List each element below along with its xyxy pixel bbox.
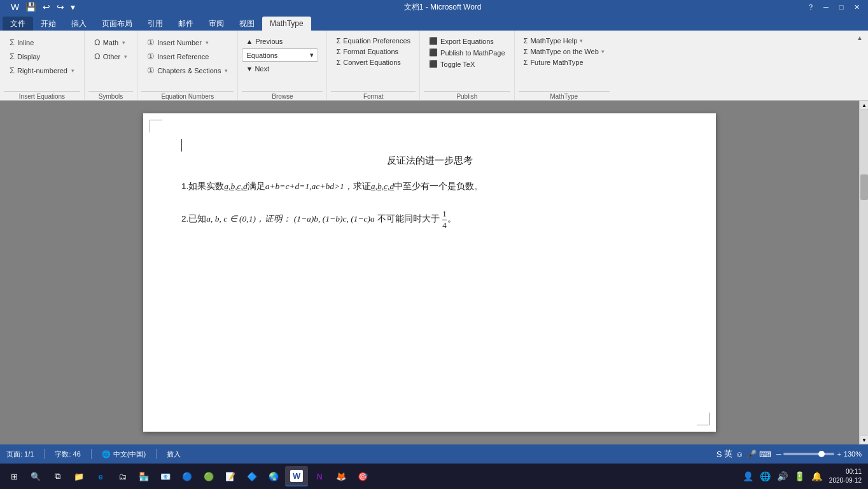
mathtype-help-btn[interactable]: Σ MathType Help ▾ [520,36,608,46]
paragraph-2[interactable]: 2.已知a, b, c ∈ (0,1)，证明： (1−a)b, (1−b)c, … [181,209,678,230]
maximize-btn[interactable]: □ [835,2,848,12]
app5-btn[interactable]: 🎯 [353,466,373,486]
mathtype-web-btn[interactable]: Σ MathType on the Web ▾ [520,46,608,57]
insert-number-btn[interactable]: ① Insert Number ▾ [143,36,232,49]
edge-btn[interactable]: e [90,466,111,486]
onenote-btn[interactable]: N [309,466,330,486]
scroll-track[interactable] [860,110,868,436]
display-btn[interactable]: Σ Display [5,50,79,63]
previous-btn[interactable]: ▲ Previous [242,36,318,47]
document-scroll-area[interactable]: 反证法的进一步思考 1.如果实数a,b,c,d满足a+b=c+d=1,ac+bd… [0,101,859,444]
sogou-icon: S [717,450,722,459]
clock[interactable]: 00:11 2020-09-12 [827,467,864,485]
toggle-tex-btn[interactable]: ⬛ Toggle TeX [425,59,509,69]
taskbar: ⊞ 🔍 ⧉ 📁 e 🗂 🏪 📧 🔵 🟢 📝 🔷 🌏 W N 🦊 [0,464,868,489]
other-btn[interactable]: Ω Other ▾ [90,50,132,63]
right-numbered-icon: Σ [10,66,15,75]
status-right: S 英 ☺ 🎤 ⌨ ─ + 130% [717,448,862,460]
insert-reference-btn[interactable]: ① Insert Reference [143,50,232,63]
app4-btn[interactable]: 🔷 [242,466,262,486]
app2-btn[interactable]: 🟢 [199,466,219,486]
p1-prefix: 1.如果实数 [181,181,224,191]
dropdown-arrow: ▾ [310,51,314,59]
inline-btn[interactable]: Σ Inline [5,36,79,49]
right-numbered-btn[interactable]: Σ Right-numbered ▾ [5,64,79,77]
notification-icon[interactable]: 🔔 [809,470,824,483]
scroll-up-btn[interactable]: ▲ [860,101,868,110]
app1-btn[interactable]: 🔵 [177,466,197,486]
minimize-btn[interactable]: ─ [820,2,832,12]
scroll-down-btn[interactable]: ▼ [860,436,868,444]
tab-references[interactable]: 引用 [140,17,171,31]
firefox-btn[interactable]: 🦊 [331,466,351,486]
insert-equations-label: Insert Equations [4,91,80,100]
equation-preferences-btn[interactable]: Σ Equation Preferences [332,36,414,46]
text-cursor [181,139,182,152]
eq-pref-icon: Σ [336,37,340,45]
insert-mode[interactable]: 插入 [167,450,181,459]
help-btn[interactable]: ? [804,2,817,12]
format-equations-btn[interactable]: Σ Format Equations [332,46,414,57]
publish-mathpage-btn[interactable]: ⬛ Publish to MathPage [425,47,509,58]
tab-file[interactable]: 文件 [3,17,33,31]
tab-home[interactable]: 开始 [33,17,64,31]
app3-btn[interactable]: 📝 [220,466,241,486]
quick-access: W 💾 ↩ ↪ ▾ [5,1,81,13]
undo-btn[interactable]: ↩ [41,1,52,13]
help-icon: Σ [524,37,528,45]
tab-pagelayout[interactable]: 页面布局 [94,17,140,31]
mail-btn[interactable]: 📧 [155,466,176,486]
math-btn[interactable]: Ω Math ▾ [90,36,132,49]
paragraph-1[interactable]: 1.如果实数a,b,c,d满足a+b=c+d=1,ac+bd>1，求证a,b,c… [181,179,678,194]
browser2-btn[interactable]: 🌏 [263,466,284,486]
statusbar: 页面: 1/1 字数: 46 🌐 中文(中国) 插入 S 英 ☺ 🎤 ⌨ ─ +… [0,444,868,464]
tab-mathtype[interactable]: MathType [262,17,311,31]
tab-view[interactable]: 视图 [232,17,262,31]
zoom-in-btn[interactable]: + [837,450,841,458]
word-taskbar-btn[interactable]: W [285,466,308,486]
volume-icon[interactable]: 🔊 [775,470,790,483]
customize-btn[interactable]: ▾ [69,1,77,13]
mic-icon: 🎤 [746,450,757,459]
tab-insert[interactable]: 插入 [64,17,94,31]
task-view-icon: ⧉ [55,471,60,481]
export-equations-btn[interactable]: ⬛ Export Equations [425,36,509,46]
word-icon: W [9,1,21,13]
vertical-scrollbar[interactable]: ▲ ▼ [859,101,868,444]
insert-equations-content: Σ Inline Σ Display Σ Right-numbered ▾ [4,33,80,91]
store-btn[interactable]: 🏪 [134,466,154,486]
start-button[interactable]: ⊞ [4,466,24,486]
zoom-slider[interactable] [783,453,834,455]
equations-dropdown[interactable]: Equations ▾ [242,48,318,62]
next-btn[interactable]: ▼ Next [242,63,318,74]
language-status[interactable]: 🌐 中文(中国) [102,450,146,459]
format-label: Format [331,91,416,100]
battery-icon[interactable]: 🔋 [792,470,807,483]
tab-mailings[interactable]: 邮件 [171,17,201,31]
close-btn[interactable]: ✕ [850,2,863,12]
scroll-thumb[interactable] [860,174,868,200]
file-explorer-btn[interactable]: 📁 [69,466,89,486]
toggle-tex-icon: ⬛ [429,60,438,68]
chapters-sections-btn[interactable]: ① Chapters & Sections ▾ [143,64,232,77]
convert-equations-btn[interactable]: Σ Convert Equations [332,57,414,67]
mathtype-label: MathType [519,91,610,100]
save-btn[interactable]: 💾 [24,1,38,13]
other-icon: Ω [94,52,101,61]
redo-btn[interactable]: ↪ [55,1,66,13]
chapters-sections-arrow: ▾ [225,67,228,74]
task-view-btn[interactable]: ⧉ [47,466,67,486]
folder-btn[interactable]: 🗂 [112,466,132,486]
window-controls: ? ─ □ ✕ [804,2,863,12]
future-mathtype-btn[interactable]: Σ Future MathType [520,57,608,67]
search-button[interactable]: 🔍 [25,466,46,486]
people-icon[interactable]: 👤 [741,470,755,483]
p1-abcd1: a,b,c,d [224,181,247,191]
publish-icon: ⬛ [429,48,438,57]
symbols-content: Ω Math ▾ Ω Other ▾ [88,33,133,91]
network-icon[interactable]: 🌐 [758,470,773,483]
zoom-out-btn[interactable]: ─ [776,450,781,458]
symbols-buttons: Ω Math ▾ Ω Other ▾ [88,33,133,66]
tab-review[interactable]: 审阅 [201,17,232,31]
ribbon-collapse-btn[interactable]: ▲ [855,33,864,43]
